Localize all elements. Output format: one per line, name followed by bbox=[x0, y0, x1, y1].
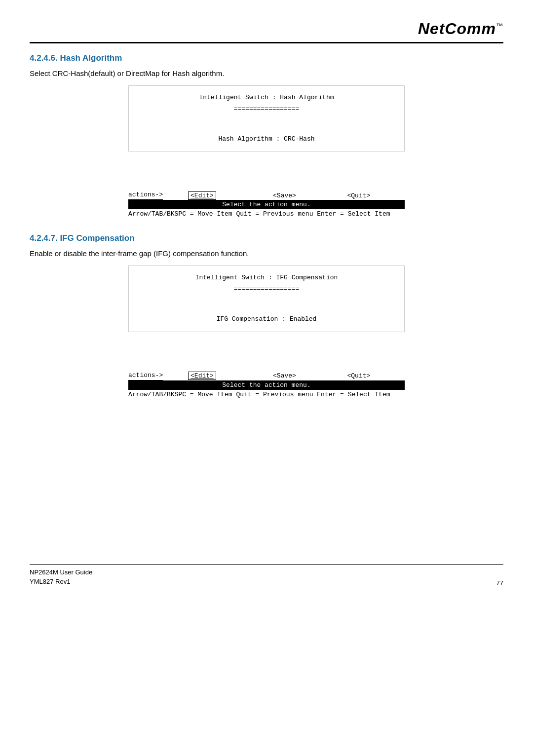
section-hash-algorithm: 4.2.4.6. Hash Algorithm Select CRC-Hash(… bbox=[30, 53, 503, 219]
section-ifg-compensation: 4.2.4.7. IFG Compensation Enable or disa… bbox=[30, 233, 503, 399]
action-bar-ifg-bottom: Arrow/TAB/BKSPC = Move Item Quit = Previ… bbox=[128, 390, 405, 399]
section-desc-hash: Select CRC-Hash(default) or DirectMap fo… bbox=[30, 69, 503, 77]
logo-wordmark: NetComm bbox=[418, 20, 496, 38]
save-button-hash[interactable]: <Save> bbox=[271, 192, 298, 199]
save-button-ifg[interactable]: <Save> bbox=[271, 372, 298, 379]
terminal-ifg-divider: ================= bbox=[139, 284, 394, 295]
terminal-ifg-content: IFG Compensation : Enabled bbox=[139, 314, 394, 325]
terminal-hash-content: Hash Algorithm : CRC-Hash bbox=[139, 134, 394, 145]
logo-tm: ™ bbox=[496, 22, 503, 30]
action-bar-ifg-highlight: Select the action menu. bbox=[128, 380, 405, 390]
section-heading-hash: 4.2.4.6. Hash Algorithm bbox=[30, 53, 503, 63]
quit-button-ifg[interactable]: <Quit> bbox=[345, 372, 373, 379]
page-header: NetComm™ bbox=[30, 20, 503, 43]
edit-button-ifg[interactable]: <Edit> bbox=[188, 372, 216, 380]
section-desc-ifg: Enable or disable the inter-frame gap (I… bbox=[30, 249, 503, 258]
action-bar-ifg: actions-> <Edit> <Save> <Quit> Select th… bbox=[128, 372, 405, 399]
action-bar-ifg-top: actions-> <Edit> <Save> <Quit> bbox=[128, 372, 405, 380]
footer-guide-title: NP2624M User Guide bbox=[30, 567, 92, 577]
terminal-hash-divider: ================= bbox=[139, 104, 394, 114]
quit-button-hash[interactable]: <Quit> bbox=[345, 192, 373, 199]
action-bar-hash: actions-> <Edit> <Save> <Quit> Select th… bbox=[128, 191, 405, 219]
logo: NetComm™ bbox=[418, 20, 503, 38]
footer-page-number: 77 bbox=[496, 579, 503, 587]
edit-button-hash[interactable]: <Edit> bbox=[188, 191, 216, 200]
terminal-hash-title: Intelligent Switch : Hash Algorithm bbox=[139, 93, 394, 103]
section-heading-ifg: 4.2.4.7. IFG Compensation bbox=[30, 233, 503, 243]
action-bar-hash-bottom: Arrow/TAB/BKSPC = Move Item Quit = Previ… bbox=[128, 209, 405, 219]
actions-label-ifg: actions-> bbox=[128, 372, 163, 380]
footer-revision: YML827 Rev1 bbox=[30, 577, 92, 587]
actions-label-hash: actions-> bbox=[128, 191, 163, 200]
page-footer: NP2624M User Guide YML827 Rev1 77 bbox=[30, 564, 503, 587]
terminal-ifg-title: Intelligent Switch : IFG Compensation bbox=[139, 273, 394, 283]
terminal-hash: Intelligent Switch : Hash Algorithm ====… bbox=[128, 85, 405, 151]
action-bar-hash-top: actions-> <Edit> <Save> <Quit> bbox=[128, 191, 405, 200]
terminal-ifg: Intelligent Switch : IFG Compensation ==… bbox=[128, 265, 405, 332]
action-bar-hash-highlight: Select the action menu. bbox=[128, 200, 405, 209]
footer-left: NP2624M User Guide YML827 Rev1 bbox=[30, 567, 92, 587]
